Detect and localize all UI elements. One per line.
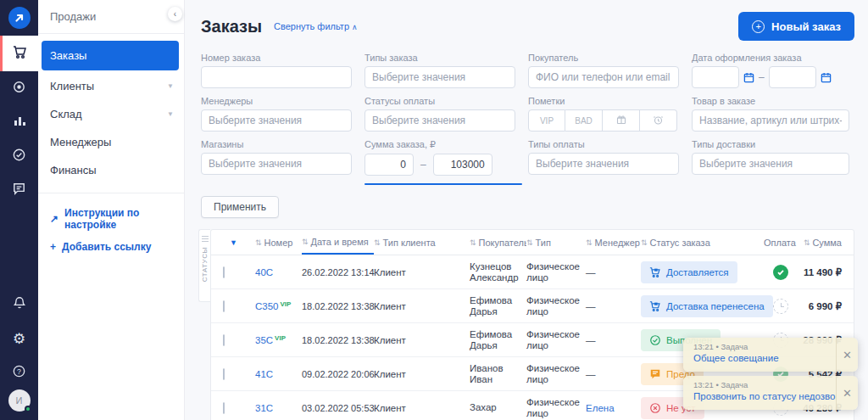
- col-header-manager[interactable]: ⇅Менеджер: [586, 230, 641, 255]
- grip-icon: [202, 241, 209, 242]
- payment-types-select[interactable]: [528, 153, 679, 175]
- order-number-link[interactable]: 35CVIP: [255, 335, 286, 345]
- sidebar-item-orders[interactable]: Заказы: [42, 41, 179, 70]
- rail-item-geo[interactable]: [0, 71, 38, 105]
- order-sum: 11 490 ₽: [798, 266, 854, 278]
- side-tab-label: СТАТУСЫ: [201, 247, 209, 282]
- filter-managers: Менеджеры: [201, 96, 352, 132]
- rail-item-notifications[interactable]: [0, 288, 38, 322]
- rail-item-analytics[interactable]: [0, 105, 38, 139]
- customer-name: Ефимова Дарья: [470, 329, 526, 351]
- sidebar-item-clients[interactable]: Клиенты ▼: [38, 72, 184, 100]
- filter-shops: Магазины: [201, 139, 352, 185]
- sidebar-item-warehouse[interactable]: Склад ▼: [38, 100, 184, 128]
- customer-name: Захар: [470, 402, 526, 413]
- close-icon[interactable]: ✕: [836, 338, 858, 372]
- order-number-input[interactable]: [201, 66, 352, 88]
- close-icon[interactable]: ✕: [836, 376, 858, 410]
- bulk-select-dropdown[interactable]: ▼: [211, 230, 255, 255]
- filter-order-number: Номер заказа: [201, 53, 352, 88]
- person-type: Физическое лицо: [526, 261, 586, 283]
- sum-max-input[interactable]: [433, 154, 492, 176]
- order-datetime: 18.02.2022 13:38: [302, 301, 374, 311]
- col-header-datetime[interactable]: ⇅Дата и время: [302, 230, 374, 255]
- app-logo[interactable]: [0, 0, 38, 36]
- instructions-link[interactable]: ↗ Инструкции по настройке: [38, 200, 184, 234]
- payment-statuses-select[interactable]: [364, 109, 515, 132]
- rail-item-settings[interactable]: ⚙: [0, 322, 38, 356]
- sidebar-item-managers[interactable]: Менеджеры: [38, 128, 184, 156]
- task-toast[interactable]: 13:21 • Задача Общее совещание ✕: [683, 338, 858, 372]
- payment-pending-icon: [773, 299, 788, 314]
- rail-item-orders[interactable]: [0, 36, 38, 71]
- product-input[interactable]: [692, 109, 849, 132]
- filter-order-types: Типы заказа: [364, 53, 515, 88]
- table-row[interactable]: 40C 26.02.2022 13:14 Клиент Кузнецов Але…: [211, 255, 854, 289]
- managers-select[interactable]: [201, 109, 352, 132]
- rail-item-help[interactable]: ?: [0, 356, 38, 389]
- chevron-down-icon: ▼: [167, 110, 174, 118]
- rail-item-chats[interactable]: [0, 173, 38, 207]
- date-to-input[interactable]: [769, 66, 816, 88]
- manager-name: —: [586, 335, 641, 345]
- collapse-filter-label: Свернуть фильтр: [274, 21, 349, 31]
- user-avatar[interactable]: И: [8, 389, 31, 412]
- col-header-sum[interactable]: ⇅Сумма: [798, 230, 854, 255]
- date-from-input[interactable]: [692, 66, 739, 88]
- sidebar-collapse-button[interactable]: ‹: [168, 7, 182, 21]
- col-header-number[interactable]: ⇅Номер: [255, 230, 302, 255]
- task-toast[interactable]: 13:21 • Задача Прозвонить по статусу нед…: [683, 376, 858, 410]
- statuses-side-tab[interactable]: СТАТУСЫ: [198, 229, 210, 302]
- sidebar-item-finance[interactable]: Финансы: [38, 156, 184, 184]
- delivery-types-select[interactable]: [692, 153, 849, 175]
- order-number-link[interactable]: C350VIP: [255, 301, 291, 311]
- shops-select[interactable]: [201, 153, 352, 175]
- row-checkbox[interactable]: [223, 266, 225, 278]
- mark-bad-button[interactable]: BAD: [565, 109, 603, 132]
- order-types-select[interactable]: [364, 66, 515, 88]
- order-sum: 6 990 ₽: [798, 300, 854, 312]
- online-status-dot: [25, 406, 31, 412]
- toast-title-link[interactable]: Прозвонить по статусу недозвон: [693, 391, 829, 401]
- field-label: Магазины: [201, 139, 352, 149]
- table-row[interactable]: C350VIP 18.02.2022 13:38 Клиент Ефимова …: [211, 289, 854, 323]
- mark-alarm-button[interactable]: [640, 109, 677, 132]
- col-header-type[interactable]: ⇅Тип: [526, 230, 586, 255]
- rail-item-tasks[interactable]: [0, 139, 38, 173]
- collapse-filter-link[interactable]: Свернуть фильтр ∧: [274, 21, 358, 31]
- sum-min-input[interactable]: [364, 154, 414, 176]
- mark-vip-button[interactable]: VIP: [528, 109, 565, 132]
- order-number-link[interactable]: 31C: [255, 403, 275, 413]
- alarm-icon: [653, 115, 664, 127]
- filter-marks: Пометки VIP BAD: [528, 96, 679, 132]
- vip-badge: VIP: [281, 300, 292, 308]
- calendar-icon[interactable]: [821, 72, 832, 83]
- client-type: Клиент: [374, 335, 470, 345]
- sum-range-slider[interactable]: [364, 183, 522, 185]
- row-checkbox[interactable]: [223, 334, 225, 346]
- col-header-status[interactable]: ⇅Статус заказа: [641, 230, 764, 255]
- calendar-icon[interactable]: [743, 72, 754, 83]
- row-checkbox[interactable]: [223, 300, 225, 312]
- row-checkbox[interactable]: [223, 368, 225, 380]
- toast-title-link[interactable]: Общее совещание: [693, 353, 829, 363]
- order-number-link[interactable]: 40C: [255, 267, 275, 277]
- link-label: Инструкции по настройке: [64, 207, 177, 231]
- status-badge[interactable]: Доставляется: [641, 261, 737, 283]
- app-rail: ⚙ ? И: [0, 0, 38, 420]
- customer-input[interactable]: [528, 66, 679, 88]
- manager-link[interactable]: Елена: [586, 403, 615, 413]
- row-checkbox[interactable]: [223, 402, 225, 414]
- col-header-customer[interactable]: ⇅Покупатель: [470, 230, 526, 255]
- apply-filter-button[interactable]: Применить: [201, 196, 279, 218]
- order-datetime: 26.02.2022 13:14: [302, 267, 374, 277]
- new-order-button[interactable]: + Новый заказ: [738, 12, 854, 41]
- mark-gift-button[interactable]: [603, 109, 640, 132]
- status-badge[interactable]: Доставка перенесена: [641, 295, 773, 317]
- col-header-client-type[interactable]: ⇅Тип клиента: [374, 230, 470, 255]
- order-number-link[interactable]: 41C: [255, 369, 275, 379]
- customer-name: Кузнецов Александр: [470, 261, 526, 283]
- divider: [38, 33, 184, 34]
- add-link-button[interactable]: + Добавить ссылку: [38, 234, 184, 256]
- sidebar-section-title: Продажи: [38, 10, 184, 33]
